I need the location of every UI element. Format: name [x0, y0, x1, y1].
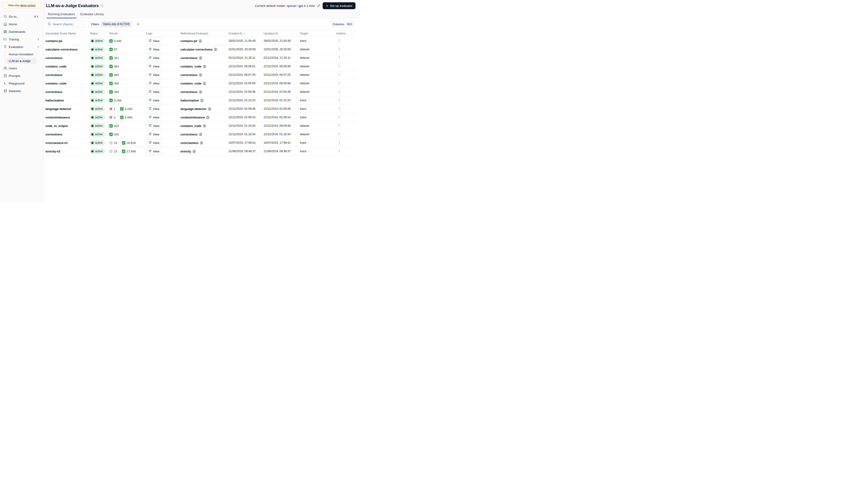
demo-project-link[interactable]: demo project	[20, 4, 35, 7]
sidebar-item-datasets[interactable]: Datasets	[2, 88, 41, 94]
column-header-generated-score-name[interactable]: Generated Score Name	[45, 32, 90, 35]
view-logs-button[interactable]: View	[146, 131, 162, 137]
status-badge: active	[90, 140, 105, 145]
tab-running-evaluators[interactable]: Running Evaluators	[46, 12, 76, 18]
view-logs-button[interactable]: View	[146, 123, 162, 129]
row-actions-button[interactable]	[336, 98, 342, 103]
row-actions-button[interactable]	[336, 38, 342, 43]
table-row[interactable]: correctnessactive369Viewcorrectness22/11…	[45, 88, 355, 96]
setup-evaluator-button[interactable]: Set up evaluator	[322, 2, 355, 9]
row-actions-button[interactable]	[336, 89, 342, 94]
referenced-evaluator-cell: contains_code	[181, 124, 228, 128]
table-body: contains-piiactive5.44KViewcontains-pii2…	[45, 37, 355, 156]
view-logs-button[interactable]: View	[146, 63, 162, 70]
table-row[interactable]: contextrelevanceactive38.94KViewcontextr…	[45, 113, 355, 122]
table-row[interactable]: contains_codeactive369Viewcontains_code2…	[45, 79, 355, 88]
search-box	[45, 21, 85, 28]
dots-vertical-icon	[338, 39, 341, 43]
sidebar-item-home[interactable]: Home	[2, 21, 41, 27]
edit-default-model-button[interactable]	[317, 4, 320, 7]
row-actions-button[interactable]	[336, 47, 342, 52]
search-input[interactable]	[45, 21, 85, 28]
row-actions-button[interactable]	[336, 106, 342, 111]
dots-vertical-icon	[338, 124, 341, 128]
tab-evaluator-library[interactable]: Evaluator Library	[79, 12, 105, 18]
row-actions-button[interactable]	[336, 64, 342, 69]
view-logs-button[interactable]: View	[146, 80, 162, 87]
table-row[interactable]: code_in_outputactive425Viewcontains_code…	[45, 122, 355, 130]
row-actions-button[interactable]	[336, 115, 342, 120]
view-logs-button[interactable]: View	[146, 114, 162, 121]
actions-cell	[336, 98, 355, 103]
status-label: active	[95, 99, 103, 102]
view-logs-button[interactable]: View	[146, 139, 162, 146]
sidebar-item-playground[interactable]: Playground	[2, 80, 41, 87]
table-row[interactable]: correctnessactive425Viewcorrectness22/11…	[45, 130, 355, 139]
sidebar-item-llm-as-a-judge[interactable]: LLM-as-a-Judge	[6, 58, 36, 64]
sidebar-item-prompts[interactable]: Prompts	[2, 72, 41, 79]
status-badge: active	[90, 132, 105, 137]
sidebar-item-tracing[interactable]: Tracing	[2, 36, 41, 42]
table-row[interactable]: correctnessactive341Viewcorrectness02/12…	[45, 54, 355, 62]
check-icon	[109, 65, 113, 68]
view-logs-button[interactable]: View	[146, 148, 162, 155]
target: dataset	[300, 65, 336, 68]
column-header-result[interactable]: Result	[109, 32, 146, 35]
view-label: View	[153, 82, 159, 85]
external-link-icon	[149, 107, 152, 111]
column-header-updated-at[interactable]: Updated At	[264, 32, 300, 35]
table-row[interactable]: toxicity-v2active2317.64KViewtoxicity21/…	[45, 147, 355, 156]
sidebar-item-evaluation[interactable]: Evaluation	[2, 43, 41, 50]
view-logs-button[interactable]: View	[146, 55, 162, 61]
status-label: active	[95, 56, 103, 60]
generated-score-name: code_in_output	[45, 124, 90, 128]
table-row[interactable]: calculator-correctnessactive67Viewcalcul…	[45, 45, 355, 54]
column-header-logs[interactable]: Logs	[146, 32, 181, 35]
row-actions-button[interactable]	[336, 81, 342, 86]
row-actions-button[interactable]	[336, 72, 342, 77]
view-logs-button[interactable]: View	[146, 89, 162, 95]
result-check-group: 9.15K	[120, 107, 132, 111]
sidebar-item-goto[interactable]: Go to...⌘ K	[2, 13, 41, 20]
columns-count-badge: 9/11	[346, 22, 353, 26]
info-icon[interactable]	[100, 4, 103, 7]
generated-score-name: correctness	[45, 56, 90, 60]
view-logs-button[interactable]: View	[146, 106, 162, 112]
filters-button[interactable]: Filters Status any of ACTIVE	[88, 21, 133, 28]
sidebar-item-human-annotation[interactable]: Human Annotation	[6, 51, 36, 57]
table-row[interactable]: language-detectoractive19.15KViewlanguag…	[45, 105, 355, 113]
column-header-referenced-evaluator[interactable]: Referenced Evaluator	[181, 32, 228, 35]
column-header-actions[interactable]: Actions	[336, 32, 355, 35]
clear-filters-button[interactable]	[135, 22, 141, 27]
table-row[interactable]: contains_codeactive464Viewcontains_code2…	[45, 62, 355, 71]
logs-cell: View	[146, 139, 181, 146]
view-logs-button[interactable]: View	[146, 97, 162, 103]
row-actions-button[interactable]	[336, 149, 342, 154]
referenced-evaluator-cell: toxicity	[181, 150, 228, 153]
row-actions-button[interactable]	[336, 132, 342, 137]
view-logs-button[interactable]: View	[146, 46, 162, 53]
view-logs-button[interactable]: View	[146, 38, 162, 44]
result-error-group: 3	[109, 116, 115, 119]
status-badge: active	[90, 81, 105, 86]
table-row[interactable]: conciseness-v1active2316.62KViewconcisen…	[45, 139, 355, 147]
sidebar-item-dashboards[interactable]: Dashboards	[2, 29, 41, 35]
table-row[interactable]: hallucinationactive9.26KViewhallucinatio…	[45, 96, 355, 105]
setup-evaluator-label: Set up evaluator	[330, 4, 352, 7]
columns-button[interactable]: Columns 9/11	[330, 21, 355, 28]
row-actions-button[interactable]	[336, 140, 342, 145]
column-header-target[interactable]: Target	[300, 32, 336, 35]
check-icon	[109, 90, 113, 94]
table-row[interactable]: correctnessactive460Viewcorrectness22/11…	[45, 71, 355, 79]
row-actions-button[interactable]	[336, 55, 342, 60]
row-actions-button[interactable]	[336, 123, 342, 128]
sidebar-item-users[interactable]: Users	[2, 65, 41, 71]
column-header-label: Created At	[228, 32, 242, 35]
table-row[interactable]: contains-piiactive5.44KViewcontains-pii2…	[45, 37, 355, 45]
referenced-evaluator-name: conciseness	[181, 141, 198, 144]
status-cell: active	[90, 38, 109, 43]
column-header-status[interactable]: Status	[90, 32, 109, 35]
column-header-created-at[interactable]: Created At▼	[228, 32, 264, 35]
view-logs-button[interactable]: View	[146, 72, 162, 78]
generated-score-name: toxicity-v2	[45, 150, 90, 153]
